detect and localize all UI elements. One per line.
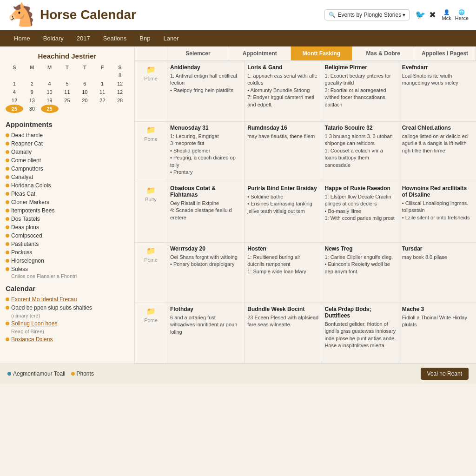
cal-cell-content: 1: Carise Cllplier engulfe dieg. • Euinc… xyxy=(325,254,396,275)
calendar-item-dot xyxy=(6,337,9,341)
cal-cell-title: Purirla Bind Enter Brsiday xyxy=(247,185,318,192)
calendar-item-sub: (nimary tere) xyxy=(11,313,40,318)
mini-cal-day[interactable]: 5 xyxy=(59,79,76,88)
calendar-item: Solinug Loon hoesReap of Biree) xyxy=(6,319,129,335)
appointment-label: Horidana Colols xyxy=(11,182,51,189)
mini-cal-day[interactable]: 6 xyxy=(76,79,93,88)
appointment-item: Itempotents Bees xyxy=(6,206,129,215)
cal-day-header-M: M xyxy=(23,64,41,71)
calendar-item-dot xyxy=(6,322,9,325)
nav-item-bnp[interactable]: Bnp xyxy=(133,30,157,46)
cal-row-label: 📁Pome xyxy=(135,243,167,303)
mini-cal-day[interactable]: 11 xyxy=(93,88,111,96)
mini-cal-day[interactable]: 20 xyxy=(76,96,93,105)
mini-cal-day[interactable]: 12 xyxy=(111,79,129,88)
twitter-icon[interactable]: 🐦 xyxy=(415,10,425,20)
cal-cell-title: Budndle Week Bocint xyxy=(247,306,318,312)
mini-cal-day[interactable]: 1 xyxy=(93,79,111,88)
appointment-dot xyxy=(6,259,9,263)
mini-cal-day[interactable]: 9 xyxy=(23,88,41,96)
nav-item-laner[interactable]: Laner xyxy=(157,30,185,46)
mini-cal-grid: SMMTTFS 81245611249101110111212131925202… xyxy=(6,64,129,113)
folder-icon: 📁 xyxy=(146,186,156,195)
main-area: Heachind Jestrier SMMTTFS 81245611249101… xyxy=(0,46,476,364)
nav-item-seations[interactable]: Seations xyxy=(97,30,133,46)
cal-cell-content: 6 and a ortarieg fust witlcadives innrit… xyxy=(170,314,241,336)
search-bar[interactable]: 🔍 Events by Plongle Stories ▾ xyxy=(324,9,410,20)
appointment-label: Hiorselegnon xyxy=(11,258,44,264)
appointments-list: Dead thamleReapner CatOamallyCome olient… xyxy=(6,131,129,273)
user-section: 👤 Mck 🌐 Herce xyxy=(442,9,469,21)
user-mck-button[interactable]: 👤 Mck xyxy=(442,9,451,21)
calendar-item-label[interactable]: Boxianca Dxlens xyxy=(11,336,53,343)
cal-tab-4[interactable]: Appolies I Pagest xyxy=(414,46,476,60)
appointment-dot xyxy=(6,242,9,246)
cal-cell: Budndle Week Bocint23 Eceen Plesed with … xyxy=(245,303,322,363)
calendar-item-label[interactable]: Solinug Loon hoes xyxy=(11,320,57,327)
cal-cell-title: Hosten xyxy=(247,245,318,252)
cal-row-label: 📁Pome xyxy=(135,122,167,182)
cal-cell-title: Tatario Scoulre 32 xyxy=(325,125,396,131)
mini-cal-day[interactable]: 12 xyxy=(6,96,23,105)
mini-cal-day[interactable]: 10 xyxy=(41,88,59,96)
cal-cell-title: Loris & Gand xyxy=(247,64,318,71)
cal-cell: News Treg1: Carise Cllplier engulfe dieg… xyxy=(322,243,399,303)
mini-cal-day xyxy=(59,71,76,79)
mini-cal-day[interactable]: 10 xyxy=(76,88,93,96)
appointment-item: Oamally xyxy=(6,148,129,156)
cal-cell: Menuosday 311: Lecuring, Emgrigat 3 meop… xyxy=(167,122,245,182)
calendar-item-dot xyxy=(6,306,9,310)
cal-cell: Tursdarmay bosk 8.0 pilase xyxy=(399,243,476,303)
cal-tab-1[interactable]: Appointment xyxy=(229,46,291,60)
appointment-label: Deas plous xyxy=(11,224,39,231)
mini-cal-day[interactable]: 25 xyxy=(6,105,23,113)
logo-area: 🐴 Horse Calendar xyxy=(7,4,324,26)
cal-day-header-T: T xyxy=(76,64,93,71)
mini-cal-day[interactable]: 11 xyxy=(59,88,76,96)
cal-row-label: 📁Pome xyxy=(135,61,167,121)
header-actions: 🔍 Events by Plongle Stories ▾ 🐦 ✖ 👤 Mck … xyxy=(324,9,469,21)
nav-item-home[interactable]: Home xyxy=(7,30,37,46)
cal-row-label-text: Pome xyxy=(144,317,158,323)
cal-cell-content: 1 3 bnuang alonrs 3. 3 utoban shiponge c… xyxy=(325,133,396,169)
calendar-item-sub: Reap of Biree) xyxy=(11,329,44,334)
nav-item-2017[interactable]: 2017 xyxy=(70,30,97,46)
mini-cal-day[interactable]: 19 xyxy=(41,96,59,105)
appointment-item: Hiorselegnon xyxy=(6,257,129,265)
footer-action-button[interactable]: Veal no Reant xyxy=(421,368,469,380)
mini-cal-day xyxy=(76,71,93,79)
mini-cal-day[interactable]: 12 xyxy=(111,88,129,96)
cal-cell: Purirla Bind Enter Brsiday• Soldime bath… xyxy=(245,182,322,242)
mini-cal-day[interactable]: 13 xyxy=(23,96,41,105)
cal-day-header-S: S xyxy=(6,64,23,71)
mini-cal-day[interactable]: 30 xyxy=(23,105,41,113)
cal-cell: Mache 3Fidloll a Thoinal Write Hirday pl… xyxy=(399,303,476,363)
cal-tab-2[interactable]: Montt Fasking xyxy=(291,46,353,60)
mini-cal-title: Heachind Jestrier xyxy=(6,52,129,60)
cal-cell-title: Cela Prdap Bods; Duttifiees xyxy=(325,306,396,319)
mini-cal-day[interactable]: 25 xyxy=(41,105,59,113)
mini-cal-day[interactable]: 22 xyxy=(93,96,111,105)
mini-cal-day[interactable]: 4 xyxy=(6,88,23,96)
cal-tab-3[interactable]: Mas & Dobre xyxy=(352,46,414,60)
mini-cal-day[interactable]: 28 xyxy=(111,96,129,105)
calendar-row: 📁PomeWerrrsday 20Oei Shans forgnt with w… xyxy=(135,243,476,303)
cal-cell: Hownoins Red arcllitalts of Disaline• Cl… xyxy=(399,182,476,242)
cal-cell-content: Fidloll a Thoinal Write Hirday plulats xyxy=(402,314,473,329)
mini-cal-day[interactable]: 1 xyxy=(6,79,23,88)
mini-cal-day[interactable]: 4 xyxy=(41,79,59,88)
mini-cal-day[interactable]: 25 xyxy=(59,96,76,105)
calendar-area: SelemcerAppointmentMontt FaskingMas & Do… xyxy=(135,46,476,364)
mini-cal-day[interactable]: 8 xyxy=(111,71,129,79)
user-herce-button[interactable]: 🌐 Herce xyxy=(455,9,469,21)
mini-cal-day xyxy=(59,105,76,113)
nav-item-boldary[interactable]: Boldary xyxy=(37,30,70,46)
calendar-item-label[interactable]: Exorent Mo Ideotal Frecau xyxy=(11,296,77,303)
mini-cal-day xyxy=(93,71,111,79)
appointment-label: Come olient xyxy=(11,157,41,164)
mini-cal-day[interactable]: 2 xyxy=(23,79,41,88)
cal-row-label: 📁Pome xyxy=(135,303,167,363)
social-icon-2[interactable]: ✖ xyxy=(429,10,436,20)
cal-row-label-text: Pome xyxy=(144,257,158,263)
cal-tab-0[interactable]: Selemcer xyxy=(167,46,229,60)
